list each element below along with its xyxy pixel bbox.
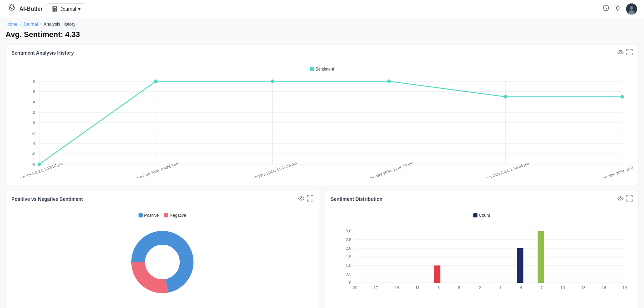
svg-text:-8: -8 <box>32 162 35 166</box>
svg-point-16 <box>628 10 635 15</box>
card-header-bar: Sentiment Distribution <box>325 191 638 207</box>
svg-text:-20: -20 <box>352 286 358 290</box>
bar-negative-8 <box>434 265 440 283</box>
svg-text:-11: -11 <box>414 286 420 290</box>
card-header-line: Sentiment Analysis History <box>6 45 638 61</box>
svg-point-15 <box>630 6 633 10</box>
sentiment-history-card: Sentiment Analysis History <box>6 45 638 185</box>
svg-text:-4: -4 <box>32 141 35 146</box>
svg-text:-5: -5 <box>457 286 460 290</box>
svg-text:2,5: 2,5 <box>346 238 351 242</box>
svg-point-55 <box>299 197 304 200</box>
svg-point-60 <box>618 197 623 200</box>
line-chart-svg: .grid-line { stroke: #e5e7eb; stroke-wid… <box>11 74 633 178</box>
header: AI-Butler 📓 Journal ▾ <box>0 0 644 18</box>
header-right <box>603 3 637 15</box>
avatar[interactable] <box>626 3 637 15</box>
history-icon[interactable] <box>603 4 609 13</box>
legend-color-count <box>473 213 477 217</box>
svg-text:8: 8 <box>33 79 35 83</box>
journal-selector-label: Journal <box>60 6 76 12</box>
expand-icon-bar[interactable] <box>626 195 633 203</box>
line-chart-body: Sentiment .grid-line { stroke: #e5e7eb; … <box>6 61 638 185</box>
bar-7 <box>538 231 544 283</box>
legend-label-count: Count <box>479 213 490 218</box>
svg-text:13: 13 <box>581 286 586 290</box>
legend-item-negative: Negative <box>164 213 186 218</box>
legend-label-sentiment: Sentiment <box>315 67 334 72</box>
legend-color-sentiment <box>310 67 314 71</box>
breadcrumb-journal[interactable]: Journal <box>23 21 38 27</box>
line-chart-title: Sentiment Analysis History <box>11 50 74 56</box>
svg-text:-2: -2 <box>477 286 481 290</box>
svg-point-56 <box>301 198 302 199</box>
expand-icon-line[interactable] <box>626 49 633 57</box>
breadcrumb: Home › Journal › Analysis History <box>0 18 644 29</box>
svg-point-5 <box>616 7 619 9</box>
svg-point-45 <box>271 80 274 83</box>
bar-chart-title: Sentiment Distribution <box>331 196 382 202</box>
svg-text:2,0: 2,0 <box>346 246 351 250</box>
svg-line-1 <box>10 4 10 6</box>
svg-line-3 <box>13 4 14 6</box>
svg-line-10 <box>616 6 616 7</box>
svg-text:March 23rd 2024, 11:46:57 pm: March 23rd 2024, 11:46:57 pm <box>363 161 414 178</box>
expand-icon-donut[interactable] <box>307 195 313 203</box>
svg-text:10: 10 <box>560 286 565 290</box>
eye-icon-line[interactable] <box>617 49 624 57</box>
donut-card: Positive vs Negative Sentiment <box>6 191 319 308</box>
svg-point-43 <box>38 162 41 166</box>
bar-chart-card: Sentiment Distribution <box>325 191 638 308</box>
bar-legend: Count <box>331 213 633 218</box>
donut-chart-body: Positive Negative <box>6 207 319 308</box>
legend-label-negative: Negative <box>170 213 186 218</box>
svg-point-44 <box>154 80 158 83</box>
svg-text:19: 19 <box>623 286 627 290</box>
svg-text:-6: -6 <box>32 152 35 156</box>
bottom-row: Positive vs Negative Sentiment <box>6 191 638 308</box>
card-actions-bar <box>617 195 633 203</box>
donut-svg <box>128 227 197 297</box>
svg-text:4: 4 <box>33 100 35 104</box>
svg-point-48 <box>621 95 624 99</box>
logo-icon <box>7 3 17 15</box>
svg-text:-2: -2 <box>32 131 35 135</box>
journal-selector[interactable]: 📓 Journal ▾ <box>47 3 85 14</box>
legend-item-sentiment: Sentiment <box>310 67 334 72</box>
chevron-down-icon: ▾ <box>78 6 80 12</box>
svg-text:March 30th 2024, 10:48:16 am: March 30th 2024, 10:48:16 am <box>596 161 633 178</box>
breadcrumb-current: Analysis History <box>44 21 75 27</box>
svg-point-46 <box>387 80 391 83</box>
legend-item-positive: Positive <box>139 213 159 218</box>
line-chart-legend: Sentiment <box>11 67 633 72</box>
card-actions-donut <box>298 195 313 203</box>
breadcrumb-home[interactable]: Home <box>6 21 18 27</box>
breadcrumb-sep-2: › <box>40 21 41 27</box>
svg-point-47 <box>504 95 507 99</box>
donut-svg-container <box>11 221 313 304</box>
journal-selector-icon: 📓 <box>51 6 58 12</box>
svg-text:-14: -14 <box>393 286 399 290</box>
svg-text:March 23rd 2024, 8:43:52 pm: March 23rd 2024, 8:43:52 pm <box>131 161 180 178</box>
eye-icon-bar[interactable] <box>617 195 624 203</box>
donut-chart-title: Positive vs Negative Sentiment <box>11 196 83 202</box>
svg-line-12 <box>619 6 620 7</box>
svg-text:-17: -17 <box>372 286 378 290</box>
logo: AI-Butler <box>7 3 43 15</box>
legend-label-positive: Positive <box>144 213 159 218</box>
svg-text:0,5: 0,5 <box>346 272 351 276</box>
legend-item-count: Count <box>473 213 490 218</box>
svg-text:March 23rd 2024, 11:37:18 pm: March 23rd 2024, 11:37:18 pm <box>247 161 297 178</box>
card-actions-line <box>617 49 633 57</box>
eye-icon-donut[interactable] <box>298 195 304 203</box>
page-title: Avg. Sentiment: 4.33 <box>0 29 644 45</box>
card-header-donut: Positive vs Negative Sentiment <box>6 191 319 207</box>
donut-legend: Positive Negative <box>11 213 313 218</box>
svg-point-61 <box>620 198 622 199</box>
bar-chart-body: Count .bar-grid { stroke: #e5e7eb; strok… <box>325 207 638 304</box>
svg-text:1: 1 <box>499 286 501 290</box>
svg-text:March 24th 2024, 2:56:05 pm: March 24th 2024, 2:56:05 pm <box>481 161 529 178</box>
bar-chart-svg: .bar-grid { stroke: #e5e7eb; stroke-widt… <box>331 221 633 297</box>
svg-point-18 <box>620 52 622 53</box>
theme-icon[interactable] <box>614 4 621 13</box>
